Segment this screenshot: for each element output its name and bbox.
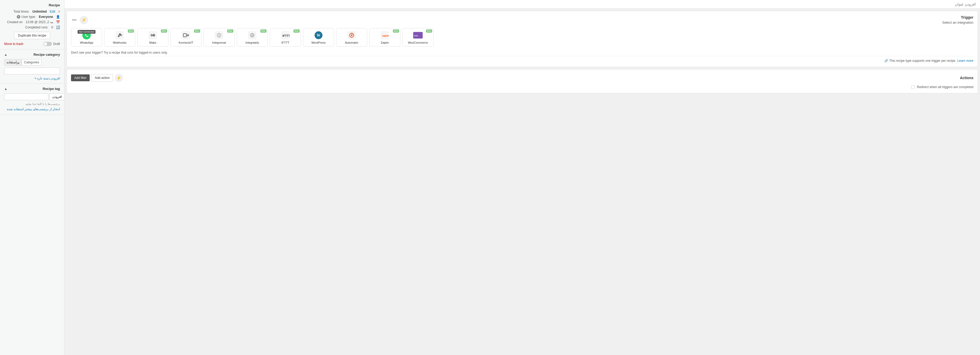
whatsapp-name: WhatsApp — [80, 41, 93, 44]
actions-section: Add filter Add action ⚡ Actions Redirect… — [67, 69, 978, 93]
konnectzit-icon — [181, 30, 191, 40]
title-bar — [64, 0, 980, 9]
svg-point-12 — [219, 35, 220, 36]
draft-toggle-container: Draft — [43, 42, 60, 46]
recipe-category-section: ▲ Recipe category پراستفاده Categories +… — [0, 49, 64, 84]
recipe-title-input[interactable] — [68, 2, 976, 6]
integration-ifttt[interactable]: Pro IFTTT IFTTT — [270, 28, 301, 46]
webhooks-icon — [115, 30, 124, 40]
add-category-link[interactable]: + افزودن دسته تازه — [4, 76, 60, 80]
hash-icon: # — [58, 10, 60, 13]
more-tags-link[interactable]: انتخاز از برچسب‌های بیشتر استفاده شده — [4, 107, 60, 111]
integromat-pro-badge: Pro — [227, 29, 233, 33]
trigger-bolt-icon: ⚡ — [80, 16, 88, 24]
webhooks-name: Webhooks — [113, 41, 127, 44]
konnectzit-name: KonnectzIT — [178, 41, 193, 44]
recipe-tag-section: ▲ Recipe tag افزودن برچسب‌ها را با کاما … — [0, 84, 64, 115]
learn-more-link[interactable]: Learn more — [958, 59, 974, 62]
integration-automator[interactable]: Automator — [336, 28, 367, 46]
integration-konnectzit[interactable]: Pro KonnectzIT — [170, 28, 202, 46]
automator-name: Automator — [345, 41, 358, 44]
category-tab-fa[interactable]: پراستفاده — [4, 59, 22, 65]
trigger-header: ••• ⚡ Trigger Select an integration — [71, 15, 974, 24]
completed-runs-label: Completed runs: — [25, 25, 48, 29]
integration-integrately[interactable]: Pro Integrately — [237, 28, 268, 46]
category-search-input[interactable] — [4, 68, 60, 75]
category-tabs: پراستفاده Categories — [4, 59, 60, 65]
woocommerce-icon: woo — [413, 30, 423, 40]
add-tag-button[interactable]: افزودن — [49, 93, 64, 100]
move-to-trash-link[interactable]: Move to trash — [4, 42, 24, 46]
integration-woocommerce[interactable]: Pro woo WooCommerce — [402, 28, 433, 46]
category-section-title: Recipe category — [33, 53, 60, 57]
integrately-icon — [248, 30, 257, 40]
recipe-meta-section: Recipe Total times: Unlimited Edit # 🔘 U… — [0, 0, 64, 49]
integrately-name: Integrately — [245, 41, 259, 44]
actions-buttons: Add filter Add action ⚡ — [71, 74, 123, 82]
completed-runs-row: Completed runs: 0 🔄 — [4, 25, 60, 29]
integration-integromat[interactable]: Pro Integromat — [204, 28, 235, 46]
not-connected-badge: Not connected — [78, 30, 95, 33]
konnectzit-pro-badge: Pro — [194, 29, 200, 33]
woocommerce-name: WooCommerce — [408, 41, 428, 44]
category-collapse-arrow: ▲ — [4, 53, 7, 57]
svg-rect-1 — [116, 31, 124, 40]
actions-header: Add filter Add action ⚡ Actions — [71, 74, 974, 82]
created-on-row: Created on مه 2, 2023 @ 13:06 📅 — [4, 20, 60, 24]
category-collapse-row[interactable]: ▲ Recipe category — [4, 53, 60, 57]
category-tab-en[interactable]: Categories — [22, 59, 41, 65]
total-times-row: Total times: Unlimited Edit # — [4, 10, 60, 13]
tag-input[interactable] — [4, 93, 48, 100]
zapier-name: Zapier — [380, 41, 389, 44]
refresh-icon: 🔄 — [56, 25, 60, 29]
user-type-label: User type: — [22, 15, 36, 19]
svg-text:zapier: zapier — [382, 35, 389, 37]
woocommerce-pro-badge: Pro — [426, 29, 432, 33]
draft-toggle[interactable] — [43, 42, 52, 46]
integrately-pro-badge: Pro — [260, 29, 266, 33]
redirect-checkbox[interactable] — [911, 85, 915, 89]
integration-zapier[interactable]: Pro zapier Zapier — [369, 28, 400, 46]
integration-whatsapp[interactable]: Not connected WhatsApp — [71, 28, 102, 46]
created-on-label: Created on — [7, 20, 22, 24]
total-times-label: Total times: — [13, 10, 29, 13]
add-action-button[interactable]: Add action — [91, 74, 113, 81]
edit-link[interactable]: Edit — [50, 10, 55, 13]
svg-text:woo: woo — [414, 35, 418, 37]
user-type-row: 🔘 User type: Everyone 👤 — [4, 15, 60, 19]
trash-row: Move to trash Draft — [4, 42, 60, 46]
tag-input-row: افزودن — [4, 93, 60, 100]
external-link-icon: 🔗 — [884, 59, 888, 62]
integromat-icon — [214, 30, 224, 40]
redirect-row: Redirect when all triggers are completed — [71, 85, 974, 89]
make-name: Make — [150, 41, 156, 44]
tag-collapse-arrow: ▲ — [4, 87, 7, 91]
trigger-footer: Don't see your trigger? Try a recipe tha… — [71, 51, 974, 54]
add-filter-button[interactable]: Add filter — [71, 75, 90, 81]
integration-webhooks[interactable]: Pro Webhooks — [104, 28, 135, 46]
integration-wordpress[interactable]: W WordPress — [303, 28, 334, 46]
trigger-dots-button[interactable]: ••• — [71, 17, 78, 24]
svg-point-24 — [351, 35, 352, 36]
actions-bolt-icon: ⚡ — [115, 74, 123, 82]
tag-hint: برچسب‌ها را با کاما جدا نمایید — [4, 102, 60, 106]
ifttt-pro-badge: Pro — [294, 29, 299, 33]
duplicate-recipe-button[interactable]: Duplicate this recipe — [14, 32, 50, 39]
trigger-section: ••• ⚡ Trigger Select an integration Not … — [67, 11, 978, 67]
integromat-name: Integromat — [212, 41, 226, 44]
trigger-label: Trigger — [961, 15, 974, 19]
svg-text:W: W — [317, 33, 320, 37]
tag-section-title: Recipe tag — [43, 87, 60, 91]
sidebar: Recipe Total times: Unlimited Edit # 🔘 U… — [0, 0, 64, 355]
main-content: ••• ⚡ Trigger Select an integration Not … — [64, 0, 980, 355]
calendar-icon: 📅 — [56, 20, 60, 24]
automator-icon — [347, 30, 356, 40]
webhooks-pro-badge: Pro — [128, 29, 134, 33]
tag-collapse-row[interactable]: ▲ Recipe tag — [4, 87, 60, 91]
user-icon: 🔘 — [17, 15, 21, 19]
zapier-icon: zapier — [380, 30, 390, 40]
zapier-pro-badge: Pro — [393, 29, 399, 33]
ifttt-icon: IFTTT — [281, 30, 290, 40]
integration-make[interactable]: Pro Make — [137, 28, 168, 46]
wordpress-icon: W — [314, 30, 323, 40]
